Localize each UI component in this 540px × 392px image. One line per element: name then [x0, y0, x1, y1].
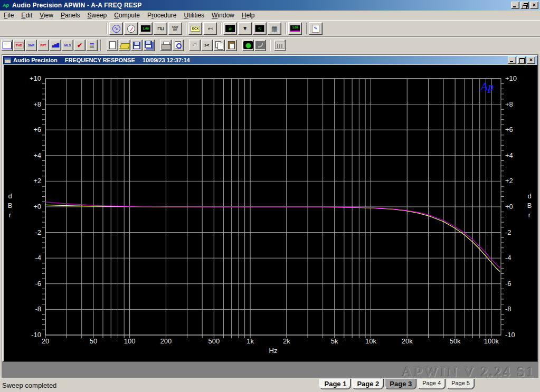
data-editor-icon: ▦: [270, 24, 279, 33]
open-test-button[interactable]: [119, 40, 130, 51]
bar-graph-button[interactable]: 1.00: [288, 22, 302, 35]
print-icon: [161, 42, 170, 49]
graph-panel-icon: ∿: [255, 25, 264, 32]
verify-button[interactable]: ✔: [74, 40, 86, 51]
status-bits-button[interactable]: STAT BIT: [168, 22, 182, 35]
toolbar-row2: ⌒THDSNRFFT▄▆█MLS✔≣↶✂: [0, 37, 540, 53]
print-preview-icon: [175, 41, 181, 49]
graph-document-icon: [4, 58, 11, 63]
print-button[interactable]: [160, 40, 172, 51]
dcx-icon: DCX: [191, 26, 200, 32]
data-editor-button[interactable]: ▦: [268, 22, 281, 35]
menu-panels[interactable]: Panels: [57, 11, 84, 20]
multitone-panel-button[interactable]: ▄▆█: [50, 40, 61, 51]
tab-page-3[interactable]: Page 3: [385, 379, 416, 389]
graph-window-title-bar[interactable]: Audio Precision FREQUENCY RESPONSE 10/09…: [3, 56, 537, 64]
svg-text:d: d: [527, 192, 531, 200]
menu-file[interactable]: File: [0, 11, 17, 20]
mls-icon: MLS: [63, 41, 72, 50]
paste-button[interactable]: [225, 40, 237, 51]
repeat-off-icon: [255, 41, 265, 49]
chart-svg: 20501002005001k2k5k10k20k50k100k+10+10+8…: [4, 65, 537, 361]
svg-text:+10: +10: [30, 74, 41, 82]
menu-help[interactable]: Help: [238, 11, 259, 20]
minimize-icon[interactable]: [511, 2, 519, 9]
fft-panel-button[interactable]: FFT: [37, 40, 49, 51]
menu-sweep[interactable]: Sweep: [84, 11, 111, 20]
mdi-background: Audio Precision FREQUENCY RESPONSE 10/09…: [2, 54, 538, 378]
svg-text:-4: -4: [35, 254, 41, 262]
menu-bar: FileEditViewPanelsSweepComputeProcedureU…: [0, 11, 540, 20]
menu-edit[interactable]: Edit: [17, 11, 36, 20]
analog-analyzer-button[interactable]: [124, 22, 138, 35]
digital-io-button[interactable]: ⊓⊔: [154, 22, 167, 35]
toolbar-row1: ∿1.99⊓⊔STAT BITDCX↤»▼∿▦1.00✎: [0, 21, 540, 37]
restore-icon[interactable]: [520, 2, 529, 9]
fft-icon: FFT: [39, 41, 48, 50]
menu-compute[interactable]: Compute: [110, 11, 144, 20]
print-preview-button[interactable]: [172, 40, 184, 51]
svg-text:+6: +6: [33, 126, 41, 133]
sweep-spectrum-button[interactable]: ▼: [238, 22, 252, 35]
switcher-button[interactable]: ↤: [203, 22, 217, 35]
undo-button[interactable]: ↶: [189, 40, 201, 51]
digital-multimeter-button[interactable]: 1.99: [139, 22, 153, 35]
cut-icon: ✂: [202, 41, 212, 50]
snr-icon: SNR: [26, 41, 36, 50]
multitone-icon: ▄▆█: [51, 41, 60, 50]
frequency-response-button[interactable]: ⌒: [1, 40, 13, 51]
save-file-icon: [133, 42, 140, 49]
graph-panel-button[interactable]: ∿: [253, 22, 267, 35]
page-tabs: Page 1Page 2Page 3Page 4Page 5: [318, 379, 475, 389]
close-icon[interactable]: ×: [530, 2, 538, 9]
switcher-icon: ↤: [205, 24, 215, 33]
paste-icon: [228, 41, 235, 49]
svg-text:20: 20: [42, 337, 49, 345]
svg-text:1k: 1k: [247, 337, 254, 345]
svg-text:100k: 100k: [484, 337, 499, 345]
dcx-panel-button[interactable]: DCX: [188, 22, 202, 35]
menu-procedure[interactable]: Procedure: [144, 11, 180, 20]
sweep-panel-button[interactable]: »: [223, 22, 237, 35]
new-test-button[interactable]: [107, 40, 118, 51]
svg-text:r: r: [9, 211, 12, 219]
graph-minimize-icon[interactable]: [508, 56, 516, 64]
graph-close-icon[interactable]: ×: [527, 56, 535, 64]
tab-page-4[interactable]: Page 4: [418, 379, 446, 389]
toolbar-separator: [306, 23, 307, 34]
macro-editor-button[interactable]: ✎: [309, 22, 323, 35]
online-button[interactable]: [242, 40, 254, 51]
frequency-response-chart: 20501002005001k2k5k10k20k50k100k+10+10+8…: [4, 65, 537, 361]
svg-text:-2: -2: [505, 228, 511, 236]
svg-text:100: 100: [124, 337, 136, 345]
menu-window[interactable]: Window: [208, 11, 238, 20]
svg-text:+0: +0: [505, 203, 513, 211]
meter-bars-button[interactable]: [274, 40, 286, 51]
repeat-button[interactable]: [254, 40, 266, 51]
save-all-button[interactable]: [143, 40, 155, 51]
svg-text:-10: -10: [31, 331, 41, 339]
svg-text:-10: -10: [505, 331, 515, 339]
svg-text:500: 500: [208, 337, 220, 345]
apwin-logo-icon: Ap: [2, 1, 10, 9]
cut-button[interactable]: ✂: [201, 40, 213, 51]
graph-maximize-icon[interactable]: [517, 56, 526, 64]
svg-text:-8: -8: [35, 305, 41, 313]
analog-generator-button[interactable]: ∿: [109, 22, 123, 35]
menu-utilities[interactable]: Utilities: [180, 11, 208, 20]
tab-page-1[interactable]: Page 1: [319, 379, 351, 389]
thd-panel-button[interactable]: THD: [13, 40, 25, 51]
snr-panel-button[interactable]: SNR: [25, 40, 37, 51]
svg-text:10k: 10k: [365, 337, 376, 345]
menu-view[interactable]: View: [36, 11, 57, 20]
save-test-button[interactable]: [131, 40, 143, 51]
svg-text:+2: +2: [33, 177, 41, 185]
svg-text:-8: -8: [505, 305, 511, 313]
graph-app-name: Audio Precision: [13, 57, 58, 63]
tab-page-5[interactable]: Page 5: [447, 379, 475, 389]
tab-page-2[interactable]: Page 2: [352, 379, 384, 389]
toolbar-separator: [100, 40, 101, 51]
test-list-button[interactable]: ≣: [86, 40, 98, 51]
mls-panel-button[interactable]: MLS: [62, 40, 73, 51]
copy-button[interactable]: [213, 40, 225, 51]
